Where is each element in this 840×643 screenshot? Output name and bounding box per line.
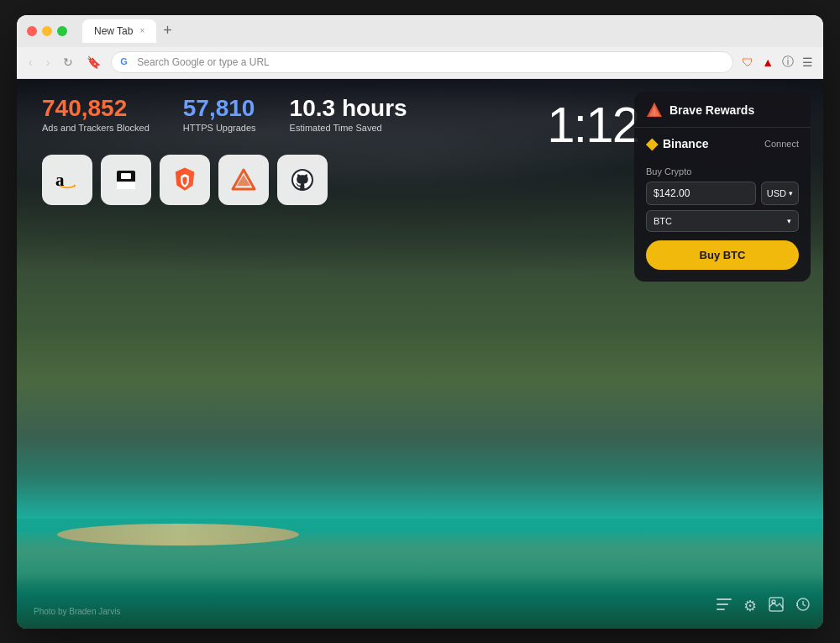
close-button[interactable] (27, 26, 37, 36)
address-bar[interactable]: G Search Google or type a URL (111, 51, 733, 73)
title-bar: New Tab × + (17, 15, 823, 47)
time-label: Estimated Time Saved (290, 123, 407, 133)
history-icon[interactable] (795, 597, 811, 616)
buy-crypto-section: Buy Crypto USD ▾ BTC ▾ Buy BTC (634, 160, 811, 282)
brave-rewards-icon[interactable]: ▲ (760, 54, 775, 71)
bookmark-unsplash[interactable] (101, 155, 151, 205)
binance-label: Binance (663, 137, 708, 150)
nav-icons: 🛡 ▲ ⓘ ☰ (740, 53, 815, 71)
currency-chevron-icon: ▾ (789, 189, 793, 198)
crypto-select[interactable]: BTC ▾ (646, 210, 799, 232)
bottom-toolbar: ⚙ (717, 597, 811, 616)
https-value: 57,810 (183, 96, 256, 122)
svg-rect-11 (717, 603, 728, 605)
currency-select[interactable]: USD ▾ (761, 182, 799, 205)
crypto-chevron-icon: ▾ (787, 217, 791, 225)
svg-rect-3 (117, 182, 135, 189)
reload-button[interactable]: ↻ (60, 54, 76, 71)
tab-close-button[interactable]: × (139, 26, 144, 35)
buy-crypto-label: Buy Crypto (646, 166, 799, 177)
ads-blocked-stat: 740,852 Ads and Trackers Blocked (42, 96, 150, 134)
wallpaper-icon[interactable] (769, 597, 784, 616)
new-tab-button[interactable]: + (160, 22, 176, 40)
stats-overlay: 740,852 Ads and Trackers Blocked 57,810 … (42, 96, 407, 134)
content-area: 740,852 Ads and Trackers Blocked 57,810 … (17, 79, 823, 629)
maximize-button[interactable] (57, 26, 67, 36)
bookmarks-row: a (42, 155, 328, 205)
brave-icon (171, 166, 198, 193)
clock-display: 1:12 (547, 96, 638, 154)
svg-rect-2 (121, 173, 131, 179)
time-saved-stat: 10.3 hours Estimated Time Saved (290, 96, 407, 134)
settings-icon[interactable]: ⚙ (743, 597, 757, 615)
crypto-value: BTC (654, 216, 672, 226)
menu-icon[interactable]: ☰ (801, 54, 815, 71)
ads-blocked-value: 740,852 (42, 96, 150, 122)
bookmark-triangle[interactable] (218, 155, 269, 205)
triangle-icon (231, 167, 256, 192)
buy-button[interactable]: Buy BTC (646, 240, 799, 270)
time-value: 10.3 hours (290, 96, 407, 122)
nav-bar: ‹ › ↻ 🔖 G Search Google or type a URL 🛡 … (17, 47, 823, 79)
rewards-header: Brave Rewards (634, 92, 811, 127)
clock-time: 1:12 (547, 97, 638, 153)
binance-section: ◆ Binance Connect (634, 127, 811, 160)
back-button[interactable]: ‹ (25, 54, 36, 71)
amount-currency-row: USD ▾ (646, 182, 799, 205)
bookmark-button[interactable]: 🔖 (83, 54, 104, 71)
info-icon[interactable]: ⓘ (780, 53, 795, 71)
google-icon: G (120, 56, 132, 68)
rewards-title: Brave Rewards (669, 103, 754, 117)
https-stat: 57,810 HTTPS Upgrades (183, 96, 256, 134)
active-tab[interactable]: New Tab × (82, 19, 156, 43)
bookmark-brave[interactable] (160, 155, 210, 205)
photo-credit: Photo by Braden Jarvis (34, 607, 120, 616)
connect-button[interactable]: Connect (764, 139, 799, 149)
svg-rect-10 (717, 598, 732, 600)
unsplash-icon (114, 168, 138, 192)
binance-logo: ◆ Binance (646, 134, 708, 153)
stats-row: 740,852 Ads and Trackers Blocked 57,810 … (42, 96, 407, 134)
tab-bar: New Tab × + (82, 19, 813, 43)
https-label: HTTPS Upgrades (183, 123, 256, 133)
minimize-button[interactable] (42, 26, 52, 36)
bookmark-github[interactable] (277, 155, 328, 205)
ads-blocked-label: Ads and Trackers Blocked (42, 123, 150, 133)
browser-window: New Tab × + ‹ › ↻ 🔖 G Search Google or t… (17, 15, 823, 629)
bat-logo (646, 102, 663, 119)
traffic-lights (27, 26, 67, 36)
amount-input[interactable] (646, 182, 756, 205)
tab-title: New Tab (94, 25, 133, 37)
search-placeholder: Search Google or type a URL (137, 56, 269, 68)
svg-rect-12 (717, 609, 725, 610)
binance-icon: ◆ (646, 134, 658, 153)
amazon-icon: a (55, 168, 79, 192)
bookmark-amazon[interactable]: a (42, 155, 92, 205)
currency-value: USD (767, 188, 786, 198)
shield-icon[interactable]: 🛡 (740, 54, 755, 71)
github-icon (290, 167, 315, 192)
filter-icon[interactable] (717, 598, 732, 614)
brave-rewards-widget: Brave Rewards ◆ Binance Connect Buy Cryp… (634, 92, 811, 282)
forward-button[interactable]: › (43, 54, 54, 71)
